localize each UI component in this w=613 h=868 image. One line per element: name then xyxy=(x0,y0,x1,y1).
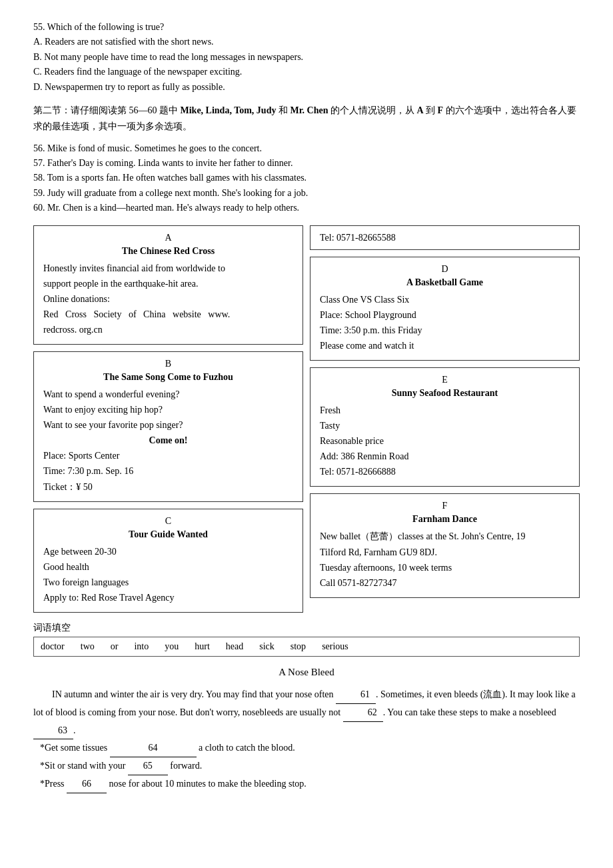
vocab-word-5: you xyxy=(165,641,179,652)
article-title: A Nose Bleed xyxy=(33,663,580,682)
box-C-line3: Two foreign languages xyxy=(43,575,293,590)
box-B-header: B xyxy=(43,359,293,369)
box-A-title: The Chinese Red Cross xyxy=(43,246,293,257)
box-B-ticket: Ticket：¥ 50 xyxy=(43,479,293,495)
q55-optionD: D. Newspapermen try to report as fully a… xyxy=(33,80,580,95)
article: A Nose Bleed IN autumn and winter the ai… xyxy=(33,663,580,793)
blank-64[interactable]: 64 xyxy=(110,739,197,757)
blank-66[interactable]: 66 xyxy=(67,775,107,793)
tel-box: Tel: 0571-82665588 xyxy=(310,225,580,250)
section2-intro: 第二节：请仔细阅读第 56—60 题中 Mike, Linda, Tom, Ju… xyxy=(33,103,580,135)
box-A-line1: Honestly invites financial aid from worl… xyxy=(43,261,293,276)
box-E-title: Sunny Seafood Restaurant xyxy=(320,388,570,399)
q55-label: 55. Which of the following is true? xyxy=(33,20,580,35)
article-step2: *Sit or stand with your 65 forward. xyxy=(40,757,580,775)
box-D-header: D xyxy=(320,264,570,275)
blank-61[interactable]: 61 xyxy=(336,686,376,704)
box-B-line2: Want to enjoy exciting hip hop? xyxy=(43,402,293,417)
box-A: A The Chinese Red Cross Honestly invites… xyxy=(33,225,303,345)
right-column: Tel: 0571-82665588 D A Basketball Game C… xyxy=(310,225,580,613)
vocab-word-9: stop xyxy=(291,641,306,652)
section2-intro-text: 第二节：请仔细阅读第 56—60 题中 Mike, Linda, Tom, Ju… xyxy=(33,105,576,131)
box-D-line3: Time: 3:50 p.m. this Friday xyxy=(320,323,570,338)
box-F-header: F xyxy=(320,501,570,511)
box-C-header: C xyxy=(43,516,293,527)
box-F-line4: Call 0571-82727347 xyxy=(320,575,570,591)
vocab-word-8: sick xyxy=(259,641,275,652)
box-A-line5: redcross. org.cn xyxy=(43,322,293,337)
box-D: D A Basketball Game Class One VS Class S… xyxy=(310,257,580,361)
box-E-line2: Tasty xyxy=(320,418,570,433)
box-B-come-on: Come on! xyxy=(43,433,293,448)
article-step1: *Get some tissues 64 a cloth to catch th… xyxy=(40,739,580,757)
box-B-time: Time: 7:30 p.m. Sep. 16 xyxy=(43,463,293,479)
box-B-title: The Same Song Come to Fuzhou xyxy=(43,372,293,383)
box-D-line2: Place: School Playground xyxy=(320,307,570,323)
q57: 57. Father's Day is coming. Linda wants … xyxy=(33,156,580,171)
box-D-title: A Basketball Game xyxy=(320,277,570,288)
q55-optionA: A. Readers are not satisfied with the sh… xyxy=(33,35,580,49)
blank-62[interactable]: 62 xyxy=(343,704,383,722)
vocab-section: 词语填空 doctor two or into you hurt head si… xyxy=(33,622,580,657)
question-56-60: 56. Mike is fond of music. Sometimes he … xyxy=(33,141,580,216)
vocab-label: 词语填空 xyxy=(33,622,580,634)
box-F-line1: New ballet（芭蕾）classes at the St. John's … xyxy=(320,529,570,544)
box-D-line1: Class One VS Class Six xyxy=(320,292,570,307)
box-B-line3: Want to see your favorite pop singer? xyxy=(43,417,293,433)
tel-text: Tel: 0571-82665588 xyxy=(320,230,570,245)
box-E-line5: Tel: 0571-82666888 xyxy=(320,464,570,479)
vocab-word-4: into xyxy=(134,641,149,652)
box-B-line1: Want to spend a wonderful evening? xyxy=(43,387,293,402)
vocab-box: doctor two or into you hurt head sick st… xyxy=(33,637,580,657)
question-55: 55. Which of the following is true? A. R… xyxy=(33,20,580,95)
vocab-word-2: two xyxy=(81,641,95,652)
q56: 56. Mike is fond of music. Sometimes he … xyxy=(33,141,580,156)
vocab-word-3: or xyxy=(111,641,119,652)
q59: 59. Judy will graduate from a college ne… xyxy=(33,186,580,201)
left-column: A The Chinese Red Cross Honestly invites… xyxy=(33,225,303,613)
box-A-line4: Red Cross Society of China website www. xyxy=(43,307,293,322)
boxes-grid: A The Chinese Red Cross Honestly invites… xyxy=(33,225,580,613)
q55-optionC: C. Readers find the language of the news… xyxy=(33,65,580,79)
vocab-word-1: doctor xyxy=(41,641,65,652)
vocab-word-10: serious xyxy=(322,641,348,652)
vocab-word-6: hurt xyxy=(195,641,210,652)
box-C-line4: Apply to: Red Rose Travel Agency xyxy=(43,590,293,605)
box-E-line1: Fresh xyxy=(320,403,570,418)
article-step3: *Press 66 nose for about 10 minutes to m… xyxy=(40,775,580,793)
box-C-line1: Age between 20-30 xyxy=(43,544,293,559)
box-C-line2: Good health xyxy=(43,559,293,575)
box-F-line2: Tilford Rd, Farnham GU9 8DJ. xyxy=(320,545,570,560)
q55-optionB: B. Not many people have time to read the… xyxy=(33,50,580,65)
q60: 60. Mr. Chen is a kind—hearted man. He's… xyxy=(33,201,580,215)
box-D-line4: Please come and watch it xyxy=(320,338,570,353)
box-F-line3: Tuesday afternoons, 10 week terms xyxy=(320,560,570,575)
box-F: F Farnham Dance New ballet（芭蕾）classes at… xyxy=(310,493,580,597)
blank-63[interactable]: 63 xyxy=(33,722,73,740)
box-E-line3: Reasonable price xyxy=(320,433,570,449)
blank-65[interactable]: 65 xyxy=(128,757,168,775)
box-C-title: Tour Guide Wanted xyxy=(43,529,293,540)
box-E: E Sunny Seafood Restaurant Fresh Tasty R… xyxy=(310,367,580,487)
box-A-line2: support people in the earthquake-hit are… xyxy=(43,276,293,291)
box-C: C Tour Guide Wanted Age between 20-30 Go… xyxy=(33,509,303,613)
box-F-title: Farnham Dance xyxy=(320,514,570,525)
vocab-word-7: head xyxy=(226,641,243,652)
box-A-header: A xyxy=(43,233,293,243)
box-E-header: E xyxy=(320,375,570,385)
box-B: B The Same Song Come to Fuzhou Want to s… xyxy=(33,351,303,502)
box-B-place: Place: Sports Center xyxy=(43,448,293,463)
q58: 58. Tom is a sports fan. He often watche… xyxy=(33,171,580,185)
box-E-line4: Add: 386 Renmin Road xyxy=(320,449,570,464)
box-A-line3: Online donations: xyxy=(43,291,293,307)
article-para1: IN autumn and winter the air is very dry… xyxy=(33,686,580,740)
